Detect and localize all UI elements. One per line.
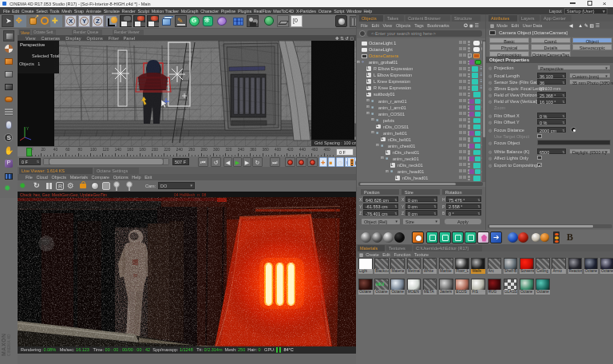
svg-text:Y: Y (26, 127, 29, 131)
svg-text:Objects 1: Objects 1 (19, 61, 40, 66)
svg-text:Perspective: Perspective (20, 42, 45, 47)
